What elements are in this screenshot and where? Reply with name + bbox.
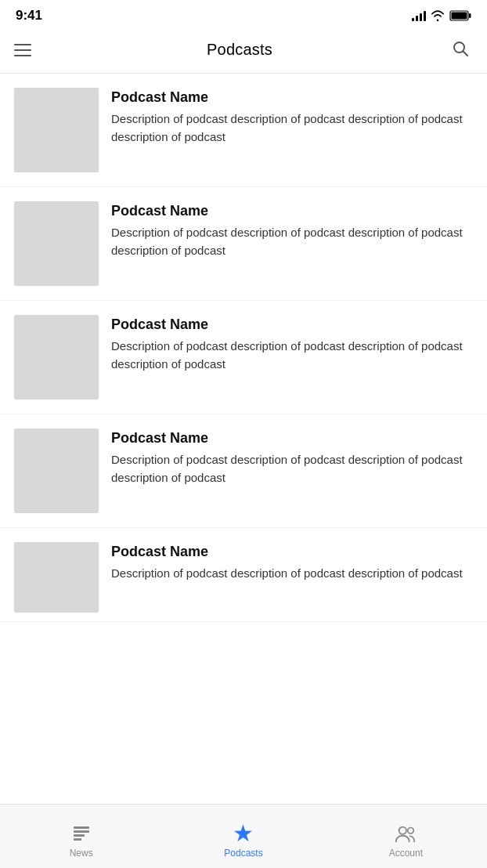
news-icon [70,823,92,844]
svg-rect-7 [74,834,85,837]
nav-bar: Podcasts [0,28,487,74]
podcast-name: Podcast Name [111,316,473,333]
tab-account[interactable]: Account [325,815,487,859]
podcast-description: Description of podcast description of po… [111,451,473,486]
podcast-thumbnail [14,88,99,172]
svg-point-10 [408,827,413,833]
podcast-info: Podcast Name Description of podcast desc… [111,201,473,259]
list-item[interactable]: Podcast Name Description of podcast desc… [0,414,487,528]
svg-point-9 [399,826,406,834]
tab-news-label: News [70,848,93,859]
podcast-list: Podcast Name Description of podcast desc… [0,74,487,622]
wifi-icon [431,10,445,21]
svg-line-4 [464,52,468,56]
podcast-info: Podcast Name Description of podcast desc… [111,542,473,583]
podcast-description: Description of podcast description of po… [111,338,473,373]
podcast-info: Podcast Name Description of podcast desc… [111,429,473,486]
list-item[interactable]: Podcast Name Description of podcast desc… [0,74,487,187]
podcast-thumbnail [14,315,99,400]
svg-rect-5 [74,826,89,829]
podcast-thumbnail [14,542,99,613]
tab-account-label: Account [389,848,423,859]
tab-news[interactable]: News [0,815,162,859]
tab-podcasts[interactable]: ★ Podcasts [162,815,324,859]
battery-icon [449,10,471,21]
tab-podcasts-label: Podcasts [224,848,262,859]
search-icon [451,39,470,58]
status-time: 9:41 [16,8,42,24]
podcast-name: Podcast Name [111,89,473,106]
podcast-name: Podcast Name [111,203,473,219]
list-item[interactable]: Podcast Name Description of podcast desc… [0,528,487,622]
podcast-description: Description of podcast description of po… [111,110,473,146]
list-item[interactable]: Podcast Name Description of podcast desc… [0,301,487,414]
status-bar: 9:41 [0,0,487,28]
svg-rect-6 [74,830,89,833]
podcast-description: Description of podcast description of po… [111,565,473,583]
podcast-info: Podcast Name Description of podcast desc… [111,88,473,146]
svg-rect-8 [74,838,81,841]
status-icons [412,10,471,21]
podcast-name: Podcast Name [111,430,473,447]
podcast-thumbnail [14,429,99,513]
bottom-nav: News ★ Podcasts Account [0,804,487,868]
svg-rect-2 [452,13,467,20]
signal-icon [412,10,426,21]
hamburger-line [14,49,31,51]
search-button[interactable] [448,36,473,63]
menu-button[interactable] [14,44,31,56]
star-icon: ★ [233,822,254,845]
account-icon [395,823,417,844]
page-title: Podcasts [207,41,272,59]
svg-rect-1 [469,13,471,18]
podcast-name: Podcast Name [111,544,473,560]
podcast-info: Podcast Name Description of podcast desc… [111,315,473,373]
hamburger-line [14,44,31,45]
hamburger-line [14,55,31,56]
list-item[interactable]: Podcast Name Description of podcast desc… [0,187,487,301]
podcasts-icon: ★ [233,823,254,844]
podcast-description: Description of podcast description of po… [111,224,473,259]
podcast-thumbnail [14,201,99,286]
